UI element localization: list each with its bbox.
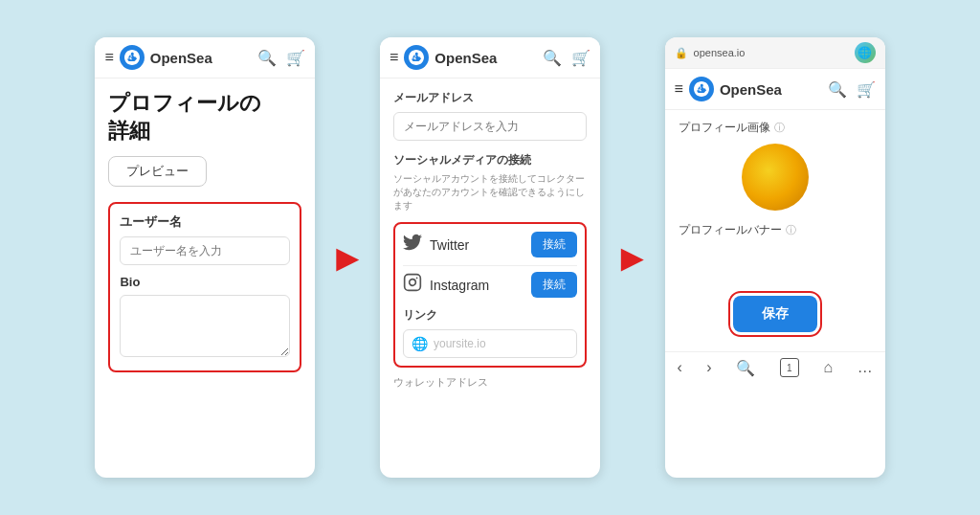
middle-header: ≡ OpenSea 🔍 🛒 — [380, 37, 600, 78]
hamburger-icon[interactable]: ≡ — [104, 49, 113, 66]
email-input[interactable] — [393, 112, 587, 141]
twitter-item: Twitter 接続 — [403, 232, 577, 258]
page-title: プロフィールの 詳細 — [108, 90, 301, 145]
twitter-name-row: Twitter — [403, 233, 469, 257]
profile-avatar — [742, 144, 809, 211]
nav-back[interactable]: ‹ — [677, 359, 681, 376]
username-input[interactable] — [120, 236, 290, 265]
arrow-2: ► — [613, 236, 652, 280]
instagram-name: Instagram — [430, 278, 489, 293]
cart-icon-mid[interactable]: 🛒 — [571, 49, 590, 67]
email-section: メールアドレス — [393, 90, 587, 141]
instagram-item: Instagram 接続 — [403, 272, 577, 298]
screenshot-container: ≡ OpenSea 🔍 🛒 プロフィールの 詳細 プレビュー ユーザー名 Bio… — [0, 0, 980, 515]
browser-avatar: 🌐 — [855, 42, 876, 63]
cart-icon-left[interactable]: 🛒 — [286, 49, 305, 67]
twitter-icon — [403, 233, 422, 257]
search-icon-right[interactable]: 🔍 — [828, 80, 847, 99]
social-desc: ソーシャルアカウントを接続してコレクターがあなたのアカウントを確認できるようにし… — [393, 172, 587, 213]
social-label: ソーシャルメディアの接続 — [393, 152, 587, 168]
bio-label: Bio — [120, 275, 290, 289]
arrow-1: ► — [328, 236, 367, 280]
right-phone: 🔒 opensea.io 🌐 ≡ OpenSea 🔍 🛒 プロフィール画像 ⓘ … — [665, 37, 885, 478]
bottom-nav: ‹ › 🔍 1 ⌂ … — [665, 351, 885, 383]
right-header: ≡ OpenSea 🔍 🛒 — [665, 69, 885, 110]
lock-icon: 🔒 — [675, 47, 688, 59]
nav-home[interactable]: ⌂ — [823, 359, 833, 376]
preview-button[interactable]: プレビュー — [108, 156, 207, 187]
link-label: リンク — [403, 307, 577, 324]
url-text: opensea.io — [694, 47, 849, 58]
cutoff-text: ウォレットアドレス — [393, 375, 587, 390]
link-section: リンク 🌐 yoursite.io — [403, 307, 577, 358]
link-input-wrap: 🌐 yoursite.io — [403, 329, 577, 358]
instagram-icon — [403, 273, 422, 297]
username-label: ユーザー名 — [120, 213, 290, 231]
globe-icon: 🌐 — [412, 336, 428, 351]
search-icon-left[interactable]: 🔍 — [257, 49, 277, 67]
nav-page-badge: 1 — [780, 358, 799, 377]
left-phone: ≡ OpenSea 🔍 🛒 プロフィールの 詳細 プレビュー ユーザー名 Bio — [95, 37, 315, 478]
instagram-connect-button[interactable]: 接続 — [531, 272, 577, 298]
twitter-connect-button[interactable]: 接続 — [531, 232, 577, 258]
link-placeholder-text: yoursite.io — [434, 337, 486, 350]
left-content: プロフィールの 詳細 プレビュー ユーザー名 Bio — [95, 78, 315, 384]
opensea-brand-left: OpenSea — [150, 50, 249, 66]
search-icon-mid[interactable]: 🔍 — [543, 49, 562, 67]
bio-textarea[interactable] — [120, 295, 290, 357]
left-header: ≡ OpenSea 🔍 🛒 — [95, 37, 315, 78]
opensea-logo-icon-mid — [409, 50, 424, 65]
info-icon-banner: ⓘ — [786, 223, 796, 237]
browser-bar: 🔒 opensea.io 🌐 — [665, 37, 885, 69]
social-section: ソーシャルメディアの接続 ソーシャルアカウントを接続してコレクターがあなたのアカ… — [393, 152, 587, 390]
email-label: メールアドレス — [393, 90, 587, 106]
opensea-logo-right — [689, 77, 714, 101]
middle-phone: ≡ OpenSea 🔍 🛒 メールアドレス ソーシャルメディアの接続 ソーシャル… — [380, 37, 600, 478]
nav-search[interactable]: 🔍 — [736, 359, 755, 377]
twitter-name: Twitter — [430, 237, 469, 253]
nav-forward[interactable]: › — [706, 359, 711, 376]
middle-content: メールアドレス ソーシャルメディアの接続 ソーシャルアカウントを接続してコレクタ… — [380, 78, 600, 401]
opensea-brand-mid: OpenSea — [434, 50, 533, 66]
opensea-logo-mid — [404, 45, 429, 70]
opensea-logo-icon-left — [124, 50, 140, 65]
info-icon-profile: ⓘ — [774, 121, 785, 135]
hamburger-icon-right[interactable]: ≡ — [675, 80, 683, 98]
nav-more[interactable]: … — [858, 359, 873, 376]
profile-banner-label: プロフィールバナー ⓘ — [679, 222, 872, 238]
instagram-name-row: Instagram — [403, 273, 489, 297]
opensea-logo-left — [120, 45, 145, 70]
save-button[interactable]: 保存 — [733, 296, 817, 332]
username-bio-section: ユーザー名 Bio — [108, 202, 301, 372]
right-content: プロフィール画像 ⓘ プロフィールバナー ⓘ 保存 — [665, 110, 885, 351]
opensea-logo-icon-right — [694, 81, 709, 97]
divider — [403, 265, 577, 266]
svg-rect-0 — [405, 275, 421, 291]
save-btn-wrap: 保存 — [679, 296, 872, 332]
opensea-brand-right: OpenSea — [720, 81, 818, 98]
social-connect-box: Twitter 接続 Instagram 接続 — [393, 222, 587, 368]
profile-img-label: プロフィール画像 ⓘ — [679, 120, 872, 136]
hamburger-icon-mid[interactable]: ≡ — [390, 49, 398, 66]
cart-icon-right[interactable]: 🛒 — [857, 80, 876, 99]
